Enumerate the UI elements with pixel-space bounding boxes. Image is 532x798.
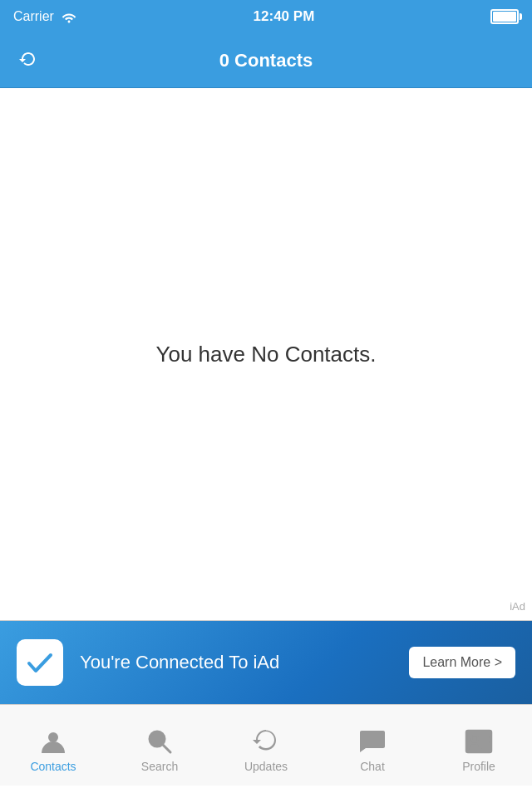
tab-updates[interactable]: Updates (213, 705, 319, 786)
main-content: You have No Contacts. (0, 88, 532, 620)
status-carrier: Carrier (13, 9, 77, 24)
svg-point-4 (471, 736, 478, 742)
updates-icon (251, 727, 281, 756)
refresh-button[interactable] (17, 49, 40, 72)
status-bar: Carrier 12:40 PM (0, 0, 532, 33)
iad-area: You're Connected To iAd Learn More > iAd (0, 621, 532, 704)
tab-updates-label: Updates (244, 760, 288, 773)
tab-bar: Contacts Search Updates Chat Profile (0, 704, 532, 786)
svg-line-2 (163, 745, 170, 752)
check-icon (24, 647, 56, 678)
tab-contacts-label: Contacts (30, 760, 76, 773)
refresh-icon (17, 49, 40, 72)
iad-label: iAd (510, 600, 525, 613)
tab-search[interactable]: Search (106, 705, 213, 786)
battery-icon (490, 9, 519, 24)
tab-search-label: Search (141, 760, 178, 773)
carrier-label: Carrier (13, 9, 54, 24)
wifi-icon (61, 10, 77, 23)
chat-icon (357, 727, 387, 756)
iad-checkbox (17, 639, 63, 686)
nav-bar: 0 Contacts (0, 33, 532, 88)
learn-more-button[interactable]: Learn More > (409, 647, 515, 678)
iad-message: You're Connected To iAd (80, 652, 392, 673)
search-icon (145, 727, 175, 756)
svg-point-0 (48, 732, 58, 742)
status-time: 12:40 PM (254, 8, 315, 25)
tab-chat[interactable]: Chat (319, 705, 426, 786)
tab-contacts[interactable]: Contacts (0, 705, 106, 786)
tab-profile[interactable]: Profile (426, 705, 532, 786)
battery (490, 9, 519, 24)
tab-chat-label: Chat (360, 760, 385, 773)
iad-banner[interactable]: You're Connected To iAd Learn More > (0, 621, 532, 704)
battery-fill (493, 12, 516, 22)
tab-profile-label: Profile (462, 760, 495, 773)
empty-message: You have No Contacts. (156, 342, 377, 367)
nav-title: 0 Contacts (219, 50, 313, 71)
profile-icon (464, 727, 494, 756)
contacts-icon (38, 727, 68, 756)
